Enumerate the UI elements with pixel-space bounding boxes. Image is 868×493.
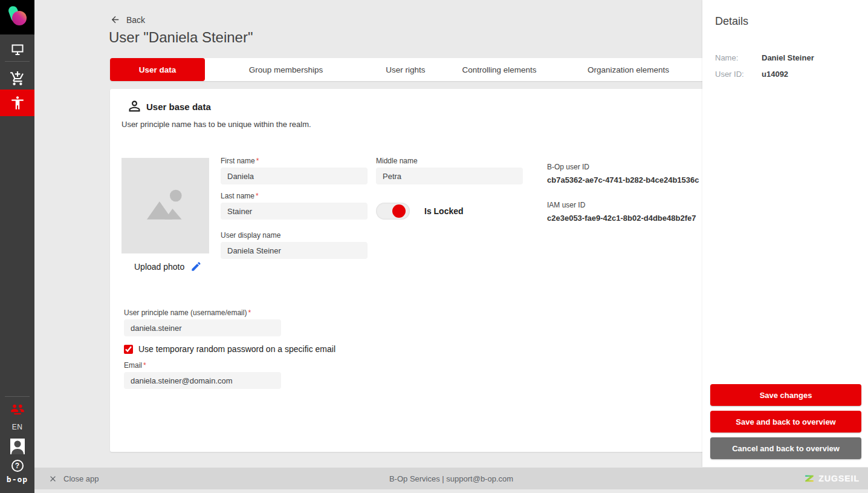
sidebar-item-groups[interactable] [0,402,34,417]
tab-controlling-elements[interactable]: Controlling elements [444,58,554,81]
tab-user-rights[interactable]: User rights [367,58,444,81]
person-icon [126,98,143,117]
iam-user-id-label: IAM user ID [547,201,696,209]
tab-user-data[interactable]: User data [110,58,205,81]
groups-icon [10,402,25,417]
help-button[interactable]: ? [0,460,34,472]
accessibility-icon [10,95,25,111]
app-logo[interactable] [0,0,34,34]
zugseil-z-icon [804,473,815,484]
back-arrow-icon [110,15,120,25]
required-marker: * [143,361,146,370]
required-marker: * [256,157,259,165]
upload-photo-button[interactable]: Upload photo [134,261,202,272]
details-row-name: Name: Daniel Steiner [715,53,814,62]
middle-name-input[interactable] [376,168,523,184]
bop-sidebar-logo: b-op [0,475,34,484]
display-name-input[interactable] [221,242,368,259]
first-name-input[interactable] [221,168,368,184]
is-locked-label: Is Locked [424,206,464,216]
zugseil-logo: ZUGSEIL [804,473,860,484]
bop-user-id-label: B-Op user ID [547,163,699,171]
back-label: Back [126,15,145,25]
toggle-knob [392,204,406,218]
temp-password-checkbox[interactable] [124,345,133,354]
details-row-user-id: User ID: u14092 [715,70,814,79]
image-placeholder-icon [143,183,189,229]
details-name-label: Name: [715,53,762,62]
required-marker: * [248,309,251,317]
close-icon [48,474,57,483]
page-title: User "Daniela Steiner" [109,29,253,46]
tab-organization-elements[interactable]: Organization elements [554,58,702,81]
display-name-label: User display name [221,231,368,240]
avatar [10,439,25,454]
details-name-value: Daniel Steiner [762,53,814,62]
section-title: User base data [146,102,211,112]
help-icon: ? [11,460,24,472]
app-logo-icon [5,5,30,30]
user-avatar[interactable] [0,439,34,454]
details-panel: Details Name: Daniel Steiner User ID: u1… [702,0,868,467]
details-user-id-label: User ID: [715,70,762,79]
is-locked-toggle[interactable] [376,203,410,220]
cancel-and-back-button[interactable]: Cancel and back to overview [710,437,861,459]
footer: Close app B-Op Services | support@b-op.c… [34,467,868,493]
details-title: Details [715,15,748,28]
upn-input[interactable] [124,319,281,336]
sidebar-item-shop[interactable] [0,67,34,91]
user-base-data-card: User base data User principle name has t… [110,89,723,452]
sidebar-divider [5,396,30,397]
temp-password-label[interactable]: Use temporary random password on a speci… [138,344,335,354]
cart-plus-icon [10,71,25,87]
sidebar-item-users-active[interactable] [0,90,34,116]
iam-user-id-value: c2e3e053-fae9-42c1-8b02-d4dbe48b2fe7 [547,214,696,223]
sidebar-item-desktop[interactable] [0,38,34,62]
app-window: EN ? b-op Back [0,0,868,493]
last-name-input[interactable] [221,203,368,220]
sidebar: EN ? b-op [0,0,34,493]
edit-pencil-icon [190,261,202,272]
email-label: Email* [124,361,281,370]
upload-photo-label: Upload photo [134,262,184,272]
section-note: User principle name has to be unique wit… [121,120,311,129]
details-user-id-value: u14092 [762,70,788,79]
language-selector[interactable]: EN [0,423,34,431]
back-button[interactable]: Back [110,15,145,25]
footer-support-text: B-Op Services | support@b-op.com [34,474,868,483]
tab-bar: User data Group memberships User rights … [110,58,723,81]
monitor-icon [10,42,25,57]
close-app-button[interactable]: Close app [48,474,99,483]
last-name-label: Last name* [221,192,368,200]
email-input[interactable] [124,372,281,389]
tab-group-memberships[interactable]: Group memberships [205,58,367,81]
middle-name-label: Middle name [376,157,523,165]
required-marker: * [256,192,259,200]
avatar-silhouette-icon [10,439,25,454]
first-name-label: First name* [221,157,368,165]
bop-user-id-value: cb7a5362-ae7c-4741-b282-b4ce24b1536c [547,175,699,184]
save-changes-button[interactable]: Save changes [710,384,861,406]
photo-placeholder[interactable] [121,158,209,253]
upn-label: User principle name (username/email)* [124,309,281,317]
sidebar-divider [5,61,30,62]
close-app-label: Close app [63,474,99,483]
zugseil-brand-label: ZUGSEIL [818,474,860,483]
main-content: Back User "Daniela Steiner" User data Gr… [34,0,702,467]
save-and-back-button[interactable]: Save and back to overview [710,411,861,433]
